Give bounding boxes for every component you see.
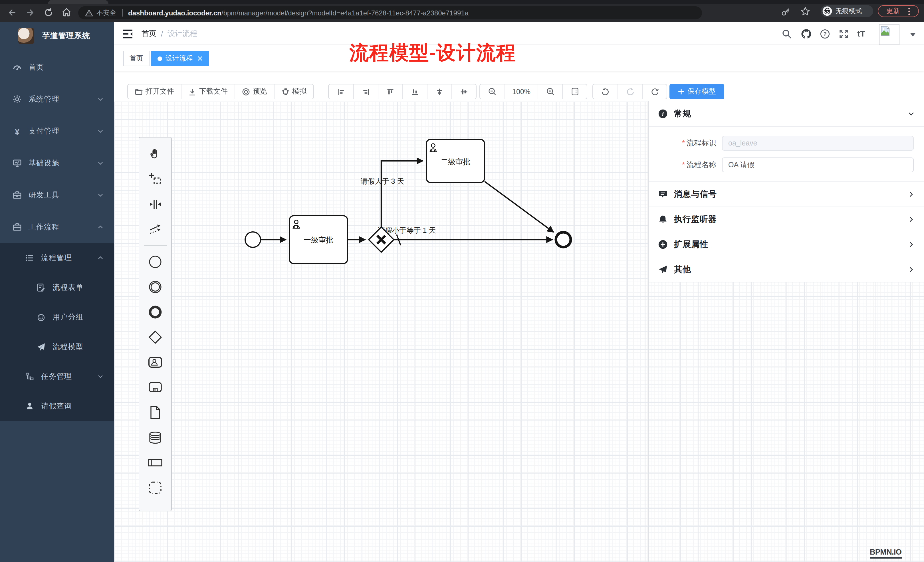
align-center-button[interactable] — [427, 84, 452, 99]
redo-button[interactable] — [618, 84, 642, 99]
zoom-button-group: 100% — [479, 84, 587, 99]
browser-active-tab[interactable] — [48, 0, 108, 4]
create-intermediate-event[interactable] — [139, 274, 171, 300]
key-icon[interactable] — [781, 7, 790, 16]
browser-back-icon[interactable] — [7, 7, 17, 18]
section-message-signal[interactable]: 消息与信号 — [649, 181, 924, 207]
sidebar-item-process-mgmt[interactable]: 流程管理 — [0, 243, 114, 273]
browser-reload-icon[interactable] — [44, 7, 54, 18]
simulate-button[interactable]: 模拟 — [274, 84, 314, 99]
chevron-right-icon — [908, 241, 915, 248]
user-task-2[interactable]: 二级审批 — [426, 139, 484, 183]
browser-home-icon[interactable] — [61, 7, 72, 18]
section-execution-listener[interactable]: 执行监听器 — [649, 207, 924, 232]
create-gateway[interactable] — [139, 325, 171, 350]
flow-gateway-to-task2[interactable] — [381, 161, 423, 227]
preview-icon — [242, 88, 250, 96]
message-icon — [658, 189, 668, 199]
create-start-event[interactable] — [139, 249, 171, 274]
general-form: *流程标识 *流程名称 — [649, 126, 924, 181]
hand-tool[interactable] — [139, 141, 171, 166]
sidebar-logo-row[interactable]: 芋道管理系统 — [0, 25, 114, 47]
create-user-task[interactable] — [139, 350, 171, 375]
restart-button[interactable] — [642, 84, 667, 99]
sidebar-item-leave-query[interactable]: 请假查询 — [0, 391, 114, 421]
sidebar-item-infra[interactable]: 基础设施 — [0, 147, 114, 179]
chevron-up-icon — [97, 224, 104, 231]
open-file-button[interactable]: 打开文件 — [128, 84, 181, 99]
create-data-store[interactable] — [139, 425, 171, 450]
end-event[interactable] — [556, 232, 571, 247]
start-event[interactable] — [245, 232, 261, 247]
bpmn-io-logo[interactable]: BPMN.iO — [870, 548, 902, 559]
align-left-button[interactable] — [329, 84, 353, 99]
zoom-in-button[interactable] — [538, 84, 562, 99]
sidebar-item-workflow[interactable]: 工作流程 — [0, 211, 114, 243]
sidebar-item-process-model[interactable]: 流程模型 — [0, 332, 114, 362]
sidebar-collapse-icon[interactable] — [122, 29, 133, 39]
global-connect-tool[interactable] — [139, 217, 171, 242]
create-subprocess[interactable] — [139, 375, 171, 400]
file-button-group: 打开文件 下载文件 预览 模拟 — [127, 84, 314, 99]
close-icon[interactable] — [198, 56, 202, 61]
save-model-button[interactable]: 保存模型 — [669, 84, 724, 99]
plus-icon — [678, 88, 684, 95]
bookmark-star-icon[interactable] — [800, 6, 810, 16]
tab-design-process[interactable]: 设计流程 — [151, 51, 209, 66]
browser-menu-dots-icon[interactable] — [908, 7, 910, 15]
section-other[interactable]: 其他 — [649, 257, 924, 282]
fit-viewport-button[interactable] — [562, 84, 587, 99]
breadcrumb-home[interactable]: 首页 — [141, 28, 156, 39]
github-icon[interactable] — [801, 28, 812, 39]
align-bottom-button[interactable] — [402, 84, 427, 99]
create-group[interactable] — [139, 475, 171, 501]
space-tool[interactable] — [139, 192, 171, 217]
download-icon — [188, 88, 196, 96]
font-size-icon[interactable]: tT — [857, 28, 865, 38]
sidebar-item-devtools[interactable]: 研发工具 — [0, 179, 114, 211]
sidebar-item-home[interactable]: 首页 — [0, 51, 114, 83]
sidebar-item-process-form[interactable]: 流程表单 — [0, 273, 114, 303]
undo-button[interactable] — [593, 84, 618, 99]
incognito-icon — [822, 6, 832, 16]
preview-button[interactable]: 预览 — [235, 84, 274, 99]
folder-icon — [135, 88, 142, 96]
process-name-input[interactable] — [722, 157, 914, 172]
list-tree-icon — [25, 253, 34, 262]
align-top-button[interactable] — [378, 84, 402, 99]
section-general[interactable]: i 常规 — [649, 101, 924, 126]
security-warning-icon[interactable] — [85, 9, 93, 17]
browser-forward-icon[interactable] — [25, 7, 35, 18]
tab-home[interactable]: 首页 — [123, 51, 150, 66]
lasso-tool[interactable] — [139, 166, 171, 192]
create-data-object[interactable] — [139, 400, 171, 425]
incognito-badge[interactable]: 无痕模式 — [821, 5, 873, 17]
user-task-1[interactable]: 一级审批 — [290, 216, 348, 264]
browser-address-bar[interactable]: 不安全 dashboard.yudao.iocoder.cn/bpm/manag… — [78, 6, 702, 19]
help-icon[interactable]: ? — [820, 29, 830, 39]
create-participant[interactable] — [139, 450, 171, 475]
caret-down-icon[interactable] — [910, 33, 916, 37]
breadcrumb-separator: / — [161, 29, 163, 38]
zoom-out-button[interactable] — [480, 84, 504, 99]
create-end-event[interactable] — [139, 300, 171, 325]
sidebar-item-task-mgmt[interactable]: 任务管理 — [0, 362, 114, 391]
user-avatar[interactable] — [879, 24, 900, 45]
info-icon: i — [658, 109, 668, 118]
align-middle-button[interactable] — [452, 84, 476, 99]
sidebar-item-system[interactable]: 系统管理 — [0, 83, 114, 115]
search-icon[interactable] — [782, 29, 792, 39]
align-right-button[interactable] — [353, 84, 378, 99]
palette-separator — [144, 245, 166, 246]
send-icon — [658, 265, 668, 274]
edge-label-gt[interactable]: 请假大于 3 天 — [361, 177, 404, 185]
sidebar-item-payment[interactable]: ¥ 支付管理 — [0, 115, 114, 147]
process-key-input[interactable] — [722, 136, 914, 151]
download-file-button[interactable]: 下载文件 — [181, 84, 235, 99]
fullscreen-icon[interactable] — [839, 29, 849, 39]
security-label[interactable]: 不安全 — [96, 9, 116, 17]
section-extended-attributes[interactable]: 扩展属性 — [649, 232, 924, 257]
browser-update-button[interactable]: 更新 — [878, 5, 919, 17]
sidebar-item-user-group[interactable]: 用户分组 — [0, 303, 114, 332]
flow-task2-to-end[interactable] — [484, 181, 554, 232]
